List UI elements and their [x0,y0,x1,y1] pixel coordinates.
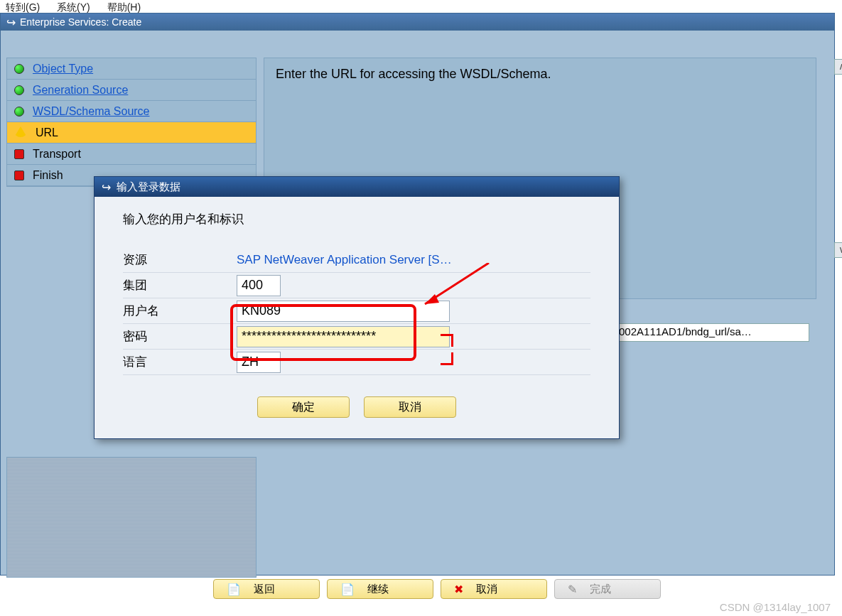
continue-label: 继续 [367,583,389,596]
menu-help[interactable]: 帮助(H) [107,1,141,13]
annotation-corner-top-right [441,334,453,347]
dialog-body: 输入您的用户名和标识 资源 SAP NetWeaver Application … [95,197,619,425]
password-label: 密码 [123,328,237,345]
user-label: 用户名 [123,303,237,319]
dialog-cancel-button[interactable]: 取消 [364,396,456,418]
wizard-step-url[interactable]: URL [7,122,256,144]
menu-jump[interactable]: 转到(G) [6,1,40,13]
wand-icon: ✎ [568,583,577,596]
row-language: 语言 [123,350,590,375]
password-input[interactable] [237,326,450,347]
step-label: WSDL/Schema Source [33,105,150,118]
wizard-step-object-type[interactable]: Object Type [7,58,256,80]
row-resource: 资源 SAP NetWeaver Application Server [S… [123,247,590,273]
wizard-step-transport[interactable]: Transport [7,144,256,165]
scrollbar[interactable]: ∧ ∨ [834,59,842,258]
page-next-icon: 📄 [340,583,355,596]
finish-label: 完成 [590,583,611,596]
annotation-corner-bottom-right [441,352,453,365]
scroll-up-icon[interactable]: ∧ [834,59,842,75]
watermark: CSDN @1314lay_1007 [720,601,831,613]
wizard-steps-panel: Object Type Generation Source WSDL/Schem… [6,58,257,187]
wizard-step-generation-source[interactable]: Generation Source [7,80,256,101]
client-label: 集团 [123,277,237,293]
step-label: Object Type [33,63,93,75]
status-led-green-icon [14,107,24,117]
finish-button: ✎完成 [554,579,661,599]
status-led-red-icon [14,149,24,159]
step-label: Generation Source [33,84,128,97]
back-button[interactable]: 📄返回 [213,579,320,599]
back-label: 返回 [254,583,275,596]
wizard-button-bar: 📄返回 📄继续 ✖取消 ✎完成 [213,579,661,599]
resource-label: 资源 [123,252,237,268]
username-input[interactable] [237,301,450,322]
dialog-ok-button[interactable]: 确定 [257,396,350,418]
row-user: 用户名 [123,298,590,324]
status-led-yellow-icon [14,126,27,137]
wizard-step-wsdl-schema-source[interactable]: WSDL/Schema Source [7,101,256,122]
status-led-red-icon [14,171,24,180]
language-input[interactable] [237,352,281,373]
scroll-down-icon[interactable]: ∨ [834,242,842,258]
status-led-green-icon [14,85,24,95]
window-titlebar: ↪ Enterprise Services: Create [1,13,834,31]
menu-system[interactable]: 系统(Y) [57,1,90,13]
step-label: Finish [33,169,63,182]
resource-value[interactable]: SAP NetWeaver Application Server [S… [237,253,452,267]
window-title: Enterprise Services: Create [20,16,141,28]
wizard-panel-shade [6,457,257,578]
dialog-arrow-icon: ↪ [102,180,111,194]
dialog-prompt: 输入您的用户名和标识 [123,211,590,227]
step-label: URL [36,126,58,139]
continue-button[interactable]: 📄继续 [327,579,433,599]
cancel-x-icon: ✖ [454,583,463,596]
language-label: 语言 [123,354,237,370]
instruction-text: Enter the URL for accessing the WSDL/Sch… [264,58,816,90]
cancel-label: 取消 [476,583,497,596]
client-input[interactable] [237,275,281,296]
dialog-titlebar: ↪ 输入登录数据 [95,177,619,197]
row-password: 密码 [123,324,590,350]
page-back-icon: 📄 [227,583,241,596]
url-input[interactable]: _10002A111AD1/bndg_url/sa… [596,323,809,342]
status-led-green-icon [14,64,24,74]
step-label: Transport [33,148,81,161]
dialog-button-row: 确定 取消 [123,396,590,418]
dialog-title-text: 输入登录数据 [117,180,180,194]
titlebar-arrow-icon: ↪ [6,16,16,29]
cancel-button[interactable]: ✖取消 [441,579,547,599]
row-client: 集团 [123,273,590,298]
login-dialog: ↪ 输入登录数据 输入您的用户名和标识 资源 SAP NetWeaver App… [94,176,620,439]
